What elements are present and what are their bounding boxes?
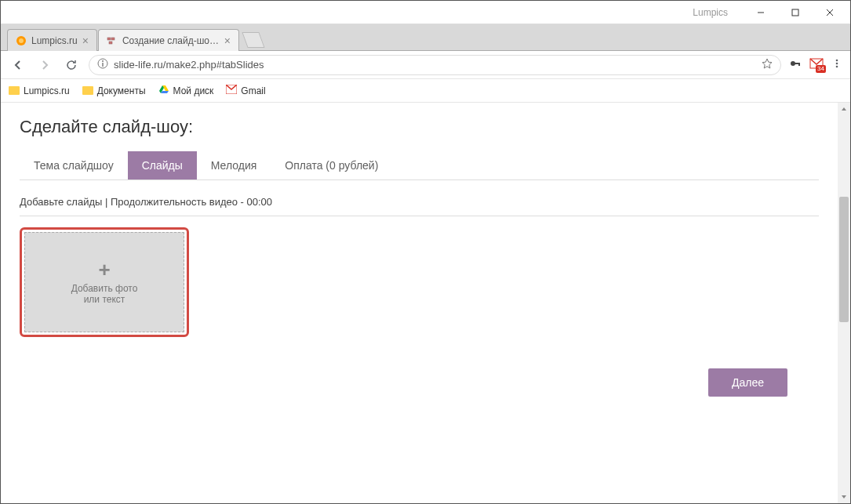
browser-tab-slidelife[interactable]: Создание слайд-шоу — × — [98, 29, 239, 51]
page-title: Сделайте слайд-шоу: — [20, 117, 819, 137]
reload-button[interactable] — [62, 56, 81, 74]
address-bar-row: slide-life.ru/make2.php#tabSlides 34 — [1, 51, 850, 79]
site-info-icon[interactable] — [97, 58, 108, 71]
add-slide-line2: или текст — [84, 294, 125, 305]
svg-rect-7 — [111, 38, 115, 40]
favicon-slidelife — [107, 35, 118, 46]
new-tab-button[interactable] — [242, 32, 264, 48]
plus-icon: + — [98, 259, 110, 280]
favicon-lumpics — [16, 35, 27, 46]
window-maximize-button[interactable] — [778, 2, 813, 24]
bookmarks-bar: Lumpics.ru Документы Мой диск Gmail — [1, 79, 850, 103]
bookmark-documents[interactable]: Документы — [82, 85, 146, 96]
close-icon[interactable]: × — [82, 34, 89, 47]
bookmark-label: Gmail — [241, 85, 265, 96]
tab-payment[interactable]: Оплата (0 рублей) — [271, 151, 392, 179]
svg-rect-6 — [107, 38, 111, 40]
tab-theme[interactable]: Тема слайдшоу — [20, 151, 128, 179]
site-tabs: Тема слайдшоу Слайды Мелодия Оплата (0 р… — [20, 151, 819, 180]
vertical-scrollbar[interactable] — [838, 103, 850, 503]
menu-icon[interactable] — [831, 58, 842, 71]
browser-tab-lumpics[interactable]: Lumpics.ru × — [7, 29, 97, 51]
window-titlebar: Lumpics — [1, 1, 850, 24]
browser-tab-title: Lumpics.ru — [31, 35, 78, 46]
page-content: Сделайте слайд-шоу: Тема слайдшоу Слайды… — [1, 103, 838, 503]
gmail-badge: 34 — [816, 65, 826, 73]
close-icon[interactable]: × — [224, 34, 231, 47]
window-minimize-button[interactable] — [744, 2, 778, 24]
scroll-thumb[interactable] — [839, 197, 849, 322]
next-button[interactable]: Далее — [708, 368, 787, 397]
svg-rect-14 — [798, 63, 800, 66]
folder-icon — [82, 86, 93, 95]
bookmark-label: Lumpics.ru — [24, 85, 70, 96]
add-slide-line1: Добавить фото — [71, 283, 138, 294]
svg-point-16 — [836, 60, 838, 62]
bookmark-drive[interactable]: Мой диск — [158, 84, 214, 97]
window-title: Lumpics — [693, 7, 728, 18]
bookmark-lumpics[interactable]: Lumpics.ru — [9, 85, 70, 96]
back-button[interactable] — [9, 56, 27, 74]
gmail-icon — [226, 85, 237, 96]
browser-tab-strip: Lumpics.ru × Создание слайд-шоу — × — [1, 24, 850, 51]
bookmark-label: Мой диск — [173, 85, 214, 96]
bookmark-gmail[interactable]: Gmail — [226, 85, 265, 96]
bookmark-label: Документы — [97, 85, 146, 96]
gmail-icon[interactable]: 34 — [809, 58, 824, 71]
address-bar[interactable]: slide-life.ru/make2.php#tabSlides — [89, 55, 781, 75]
scroll-up-button[interactable] — [838, 103, 850, 115]
instructions-text: Добавьте слайды | Продолжительность виде… — [20, 196, 819, 216]
svg-rect-1 — [792, 9, 798, 16]
add-slide-button[interactable]: + Добавить фото или текст — [20, 227, 189, 337]
tab-melody[interactable]: Мелодия — [197, 151, 271, 179]
url-text: slide-life.ru/make2.php#tabSlides — [114, 59, 756, 71]
svg-rect-8 — [109, 42, 112, 44]
key-icon[interactable] — [789, 57, 802, 72]
forward-button[interactable] — [35, 56, 54, 74]
svg-point-18 — [836, 66, 838, 68]
svg-point-5 — [19, 38, 24, 43]
folder-icon — [9, 86, 20, 95]
svg-rect-11 — [102, 63, 103, 67]
svg-point-17 — [836, 63, 838, 65]
tab-slides[interactable]: Слайды — [128, 151, 197, 179]
star-icon[interactable] — [762, 58, 773, 71]
window-close-button[interactable] — [813, 2, 847, 24]
drive-icon — [158, 84, 169, 97]
browser-tab-title: Создание слайд-шоу — — [122, 35, 220, 46]
svg-point-10 — [102, 60, 104, 62]
scroll-down-button[interactable] — [838, 491, 850, 503]
